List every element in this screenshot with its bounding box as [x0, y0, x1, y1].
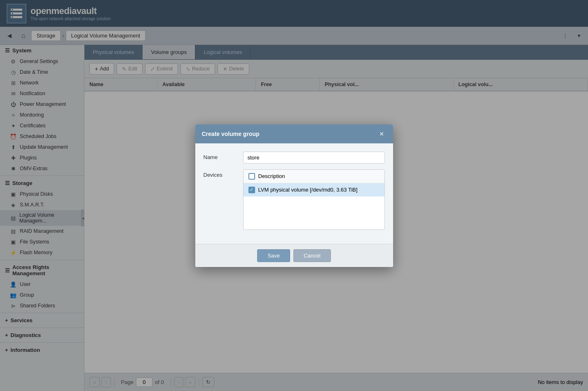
name-field-wrapper: [243, 152, 385, 164]
device-checkbox-0[interactable]: [248, 187, 255, 193]
modal-overlay[interactable]: Create volume group × Name Devices: [0, 0, 588, 391]
header-checkbox[interactable]: [248, 173, 255, 180]
devices-checkbox-list: Description LVM physical volume [/dev/md…: [243, 169, 385, 230]
devices-empty-area: [244, 197, 384, 229]
dialog-save-button[interactable]: Save: [257, 249, 290, 262]
name-input[interactable]: [243, 152, 385, 164]
devices-label: Devices: [204, 169, 237, 178]
dialog-cancel-button[interactable]: Cancel: [293, 249, 330, 262]
device-item-0[interactable]: LVM physical volume [/dev/md0, 3.63 TiB]: [244, 183, 384, 197]
dialog-title: Create volume group: [202, 131, 260, 137]
create-volume-group-dialog: Create volume group × Name Devices: [195, 124, 393, 267]
devices-field-wrapper: Description LVM physical volume [/dev/md…: [243, 169, 385, 230]
form-row-name: Name: [204, 152, 385, 164]
dialog-footer: Save Cancel: [195, 244, 393, 267]
form-row-devices: Devices Description LVM physical volume …: [204, 169, 385, 230]
dialog-body: Name Devices Description: [195, 143, 393, 244]
dialog-close-button[interactable]: ×: [377, 129, 387, 138]
device-label-0: LVM physical volume [/dev/md0, 3.63 TiB]: [258, 187, 358, 193]
name-label: Name: [204, 152, 237, 160]
dialog-header: Create volume group ×: [195, 124, 393, 143]
devices-list-header: Description: [244, 170, 384, 183]
devices-header-label: Description: [258, 173, 285, 179]
